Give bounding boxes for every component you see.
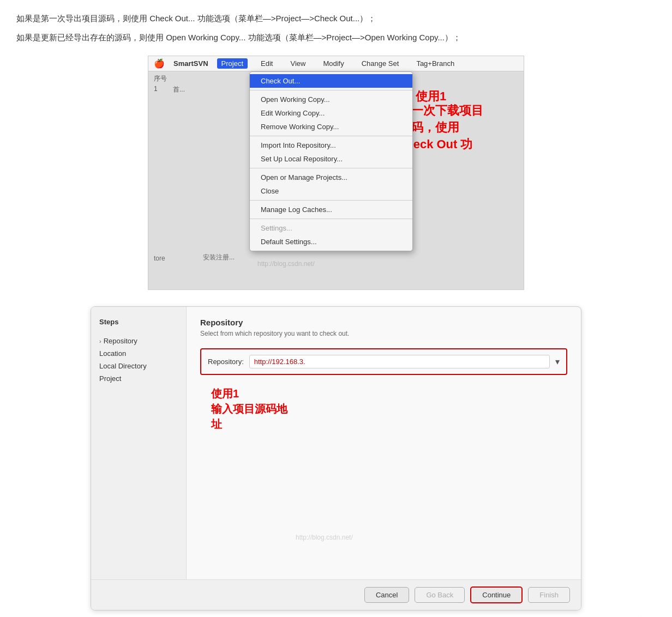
repo-section: Repository: ▾	[200, 348, 567, 375]
menu-view[interactable]: View	[286, 58, 310, 69]
menu-remove-working-copy[interactable]: Remove Working Copy...	[250, 120, 412, 134]
steps-panel: Steps › Repository Location Local Direct…	[91, 307, 187, 579]
menu-edit[interactable]: Edit	[256, 58, 277, 69]
menu-edit-working-copy[interactable]: Edit Working Copy...	[250, 106, 412, 120]
menu-open-manage-projects[interactable]: Open or Manage Projects...	[250, 171, 412, 184]
row-label: 首...	[173, 85, 185, 94]
step-label-local-directory: Local Directory	[99, 362, 147, 370]
apple-icon: 🍎	[154, 58, 165, 69]
sep4	[250, 200, 412, 201]
watermark-top: http://blog.csdn.net/	[257, 260, 315, 268]
repo-input[interactable]	[249, 355, 550, 368]
menu-close[interactable]: Close	[250, 184, 412, 198]
mac-menubar: 🍎 SmartSVN Project Edit View Modify Chan…	[148, 56, 524, 71]
menu-modify[interactable]: Modify	[319, 58, 348, 69]
continue-button[interactable]: Continue	[470, 586, 523, 603]
dialog-footer: Cancel Go Back Continue Finish	[91, 579, 581, 610]
menu-open-working-copy[interactable]: Open Working Copy...	[250, 93, 412, 106]
dialog-inner: Steps › Repository Location Local Direct…	[91, 307, 581, 579]
go-back-button: Go Back	[415, 587, 465, 603]
dialog-annotation-desc1: 输入项目源码地	[211, 403, 287, 415]
sep2	[250, 136, 412, 136]
menu-import-repo[interactable]: Import Into Repository...	[250, 138, 412, 152]
page-footer: CSDN @beyond阿亮	[16, 610, 656, 617]
dialog-wrapper: Steps › Repository Location Local Direct…	[16, 306, 656, 610]
repo-dropdown-chevron[interactable]: ▾	[555, 356, 560, 367]
step-project: Project	[99, 372, 178, 385]
sep5	[250, 219, 412, 219]
step-arrow-repo: ›	[99, 338, 101, 344]
panel-title: Repository	[200, 318, 567, 327]
steps-title: Steps	[99, 318, 178, 326]
project-dropdown: Check Out... Open Working Copy... Edit W…	[249, 71, 413, 251]
step-label-location: Location	[99, 349, 126, 358]
top-screenshot: 🍎 SmartSVN Project Edit View Modify Chan…	[148, 56, 524, 290]
step-location: Location	[99, 347, 178, 360]
row-num: 1	[154, 85, 158, 93]
repo-label: Repository:	[208, 358, 244, 366]
main-panel: Repository Select from which repository …	[187, 307, 581, 579]
tore-label: tore	[154, 255, 165, 262]
dialog-annotation: 使用1 输入项目源码地 址	[211, 386, 567, 432]
step-local-directory: Local Directory	[99, 360, 178, 372]
menu-checkout[interactable]: Check Out...	[250, 74, 412, 88]
app-name: SmartSVN	[173, 59, 208, 68]
watermark-dialog: http://blog.csdn.net/	[296, 534, 353, 541]
dialog-annotation-desc2: 址	[211, 418, 222, 430]
menu-manage-log-caches[interactable]: Manage Log Caches...	[250, 203, 412, 216]
menu-tagbranch[interactable]: Tag+Branch	[412, 58, 459, 69]
install-label: 安装注册...	[203, 253, 235, 262]
sep3	[250, 168, 412, 168]
menu-project[interactable]: Project	[217, 58, 248, 69]
intro-line1: 如果是第一次导出项目源码，则使用 Check Out... 功能选项（菜单栏—>…	[16, 11, 656, 26]
step-label-project: Project	[99, 374, 121, 383]
menu-changeset[interactable]: Change Set	[357, 58, 404, 69]
menu-settings: Settings...	[250, 221, 412, 235]
sep1	[250, 90, 412, 90]
checkout-dialog: Steps › Repository Location Local Direct…	[91, 306, 581, 610]
step-label-repository: Repository	[104, 337, 137, 345]
step-repository: › Repository	[99, 335, 178, 347]
menu-default-settings[interactable]: Default Settings...	[250, 235, 412, 249]
finish-button: Finish	[528, 587, 570, 603]
panel-subtitle: Select from which repository you want to…	[200, 330, 567, 337]
col-header-num: 序号	[154, 74, 167, 83]
intro-line2: 如果是更新已经导出存在的源码，则使用 Open Working Copy... …	[16, 30, 656, 45]
menu-setup-local-repo[interactable]: Set Up Local Repository...	[250, 152, 412, 166]
dialog-annotation-use1: 使用1	[211, 388, 239, 400]
cancel-button[interactable]: Cancel	[364, 587, 409, 603]
